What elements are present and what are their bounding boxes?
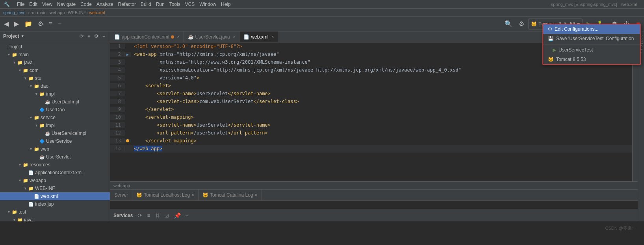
menu-vcs[interactable]: VCS xyxy=(183,1,197,8)
menu-edit[interactable]: Edit xyxy=(27,1,40,8)
tab-web-xml[interactable]: 📄 web.xml × xyxy=(239,31,278,42)
tree-item-web-inf[interactable]: ▼ 📁 WEB-INF xyxy=(0,184,110,192)
menu-code[interactable]: Code xyxy=(78,1,94,8)
edit-configurations-item[interactable]: ⚙ Edit Configurations... xyxy=(543,24,640,34)
tree-label: UserService xyxy=(46,138,72,144)
tree-item-impl[interactable]: ▼ 📁 impl xyxy=(0,122,110,129)
menu-build[interactable]: Build xyxy=(138,1,154,8)
menu-help[interactable]: Help xyxy=(219,1,233,8)
services-list-button[interactable]: ≡ xyxy=(145,212,152,219)
menu-view[interactable]: View xyxy=(40,1,55,8)
tree-icon: 📁 xyxy=(34,147,39,152)
tree-item-applicationcontext-xml[interactable]: 📄 applicationContext.xml xyxy=(0,169,110,177)
tree-icon: 📁 xyxy=(34,84,39,89)
project-button[interactable]: 📁 xyxy=(22,19,35,29)
tree-item-userservice[interactable]: 🔷 UserService xyxy=(0,137,110,145)
tree-label: UserServlet xyxy=(46,154,71,160)
line-content: <servlet-name>UserServlet</servlet-name> xyxy=(131,90,632,98)
tree-item-project[interactable]: Project xyxy=(0,43,110,51)
tree-icon: 📁 xyxy=(34,115,39,120)
user-service-test-item[interactable]: ▶ UserServiceTest xyxy=(543,45,640,55)
close-tab-webxml[interactable]: × xyxy=(271,35,274,39)
tree-label: Project xyxy=(7,44,22,50)
services-filter-button[interactable]: ⊿ xyxy=(163,212,171,219)
tree-label: impl xyxy=(46,91,55,97)
gutter-arrow: ▶ xyxy=(126,52,129,57)
tree-item-userdao[interactable]: 🔷 UserDao xyxy=(0,106,110,114)
tree-item-main[interactable]: ▼ 📁 main xyxy=(0,51,110,59)
tree-icon: 📁 xyxy=(23,178,28,183)
close-tab-app[interactable]: × xyxy=(177,35,180,39)
close-catalina-tab[interactable]: × xyxy=(255,192,258,198)
tree-icon: ☕ xyxy=(39,155,45,160)
tree-item-java[interactable]: ▼ 📁 java xyxy=(0,216,110,221)
project-tree: Project ▼ 📁 main ▼ 📁 java ▼ 📁 com ▼ 📁 st… xyxy=(0,41,110,221)
tree-item-index-jsp[interactable]: 📄 index.jsp xyxy=(0,200,110,208)
dropdown-divider xyxy=(543,44,640,44)
run-config-dropdown-menu: ⚙ Edit Configurations... 💾 Save 'UserSer… xyxy=(542,24,641,65)
line-number: 12 xyxy=(110,130,124,136)
tree-icon: 📁 xyxy=(12,52,17,57)
line-number: 8 xyxy=(110,99,124,104)
settings-button[interactable]: ⚙ xyxy=(35,19,46,29)
tab-application-context[interactable]: 📄 applicationContext.xml × xyxy=(110,31,184,42)
tree-label: service xyxy=(41,115,56,120)
line-number: 2 xyxy=(110,52,124,57)
tomcat-label: Tomcat 8.5.53 xyxy=(556,57,586,62)
settings-sidebar-button[interactable]: ⚙ xyxy=(93,33,100,39)
tree-label: UserServiceImpl xyxy=(52,131,86,136)
tomcat-catalina-tab[interactable]: 🐱 Tomcat Catalina Log × xyxy=(199,190,262,201)
collapse-all-button[interactable]: ≡ xyxy=(86,33,92,39)
expand-button[interactable]: ≡ xyxy=(46,19,55,29)
tree-item-web-xml[interactable]: 📄 web.xml xyxy=(0,192,110,200)
menu-file[interactable]: File xyxy=(15,1,27,8)
tree-item-dao[interactable]: ▼ 📁 dao xyxy=(0,82,110,90)
code-line-7: 7 <servlet-name>UserServlet</servlet-nam… xyxy=(110,90,632,98)
close-tab-servlet[interactable]: × xyxy=(233,35,236,39)
menu-tools[interactable]: Tools xyxy=(167,1,183,8)
tree-item-com[interactable]: ▼ 📁 com xyxy=(0,66,110,74)
tree-item-stu[interactable]: ▼ 📁 stu xyxy=(0,74,110,82)
close-localhost-tab[interactable]: × xyxy=(191,192,194,198)
tab-user-servlet[interactable]: ☕ UserServlet.java × xyxy=(184,31,240,42)
sync-button[interactable]: ⟳ xyxy=(78,33,85,39)
tree-item-test[interactable]: ▼ 📁 test xyxy=(0,208,110,216)
menu-navigate[interactable]: Navigate xyxy=(55,1,78,8)
forward-button[interactable]: ▶ xyxy=(12,19,21,29)
modified-indicator xyxy=(171,35,174,39)
tree-arrow: ▼ xyxy=(13,61,17,64)
tomcat-item[interactable]: 🐱 Tomcat 8.5.53 xyxy=(543,55,640,64)
code-line-10: 10 <servlet-mapping> xyxy=(110,113,632,121)
tree-label: resources xyxy=(30,162,50,168)
tree-item-java[interactable]: ▼ 📁 java xyxy=(0,59,110,66)
tree-label: java xyxy=(24,217,33,221)
line-number: 9 xyxy=(110,107,124,112)
tomcat-localhost-tab[interactable]: 🐱 Tomcat Localhost Log × xyxy=(132,190,199,201)
tree-item-userservlet[interactable]: ☕ UserServlet xyxy=(0,153,110,161)
tree-item-service[interactable]: ▼ 📁 service xyxy=(0,114,110,122)
tab-label-servlet: UserServlet.java xyxy=(195,34,230,40)
close-sidebar-button[interactable]: − xyxy=(101,33,107,39)
search-everywhere-button[interactable]: 🔍 xyxy=(502,19,515,29)
tree-item-webapp[interactable]: ▼ 📁 webapp xyxy=(0,177,110,184)
services-expand-button[interactable]: ⇅ xyxy=(154,212,161,219)
tree-item-web[interactable]: ▼ 📁 web xyxy=(0,145,110,153)
services-add-button[interactable]: + xyxy=(184,212,190,219)
back-button[interactable]: ◀ xyxy=(2,19,11,29)
settings-gear-button[interactable]: ⚙ xyxy=(516,19,527,29)
tree-item-resources[interactable]: ▼ 📁 resources xyxy=(0,161,110,169)
tree-item-userserviceimpl[interactable]: ☕ UserServiceImpl xyxy=(0,129,110,137)
path-src: src xyxy=(28,10,34,15)
menu-run[interactable]: Run xyxy=(154,1,167,8)
services-pin-button[interactable]: 📌 xyxy=(173,212,182,219)
menu-window[interactable]: Window xyxy=(197,1,219,8)
xml-icon-tab: 📄 xyxy=(114,34,120,40)
menu-refactor[interactable]: Refactor xyxy=(116,1,138,8)
services-refresh-button[interactable]: ⟳ xyxy=(136,212,144,219)
collapse-button[interactable]: − xyxy=(56,19,64,29)
tree-item-impl[interactable]: ▼ 📁 impl xyxy=(0,90,110,98)
save-config-item[interactable]: 💾 Save 'UserServiceTest' Configuration xyxy=(543,34,640,43)
menu-analyze[interactable]: Analyze xyxy=(94,1,116,8)
server-tab[interactable]: Server xyxy=(110,190,132,201)
tree-item-userdaoimpl[interactable]: ☕ UserDaoImpl xyxy=(0,98,110,106)
